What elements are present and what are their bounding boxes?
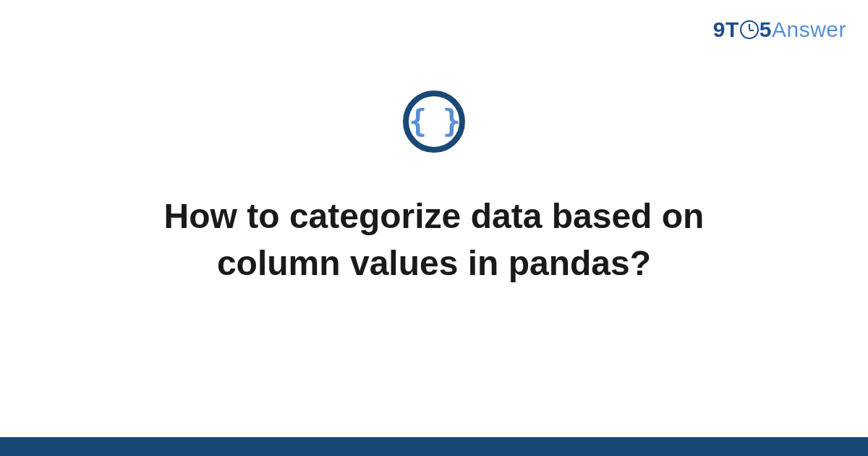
- logo-text-answer: Answer: [772, 17, 846, 42]
- question-title: How to categorize data based on column v…: [72, 193, 796, 287]
- code-braces-icon: { }: [409, 106, 459, 137]
- logo-text-suffix: 5: [760, 17, 772, 42]
- footer-bar: [0, 437, 868, 456]
- logo-text-prefix: 9T: [713, 17, 739, 42]
- main-content: { } How to categorize data based on colu…: [0, 90, 868, 287]
- clock-icon: [740, 20, 759, 39]
- category-icon-circle: { }: [403, 90, 465, 153]
- site-logo: 9T 5 Answer: [713, 17, 846, 42]
